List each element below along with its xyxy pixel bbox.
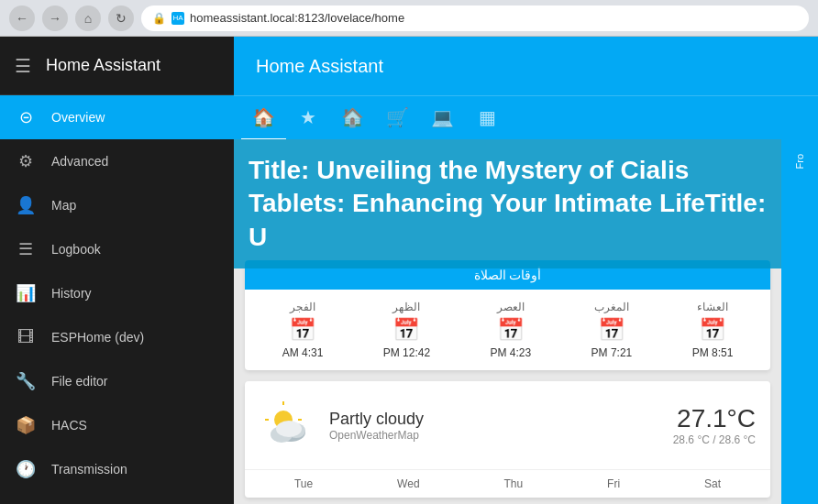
advanced-label: Advanced: [51, 154, 108, 169]
transmission-label: Transmission: [51, 462, 127, 477]
weather-card-inner: Partly cloudy OpenWeatherMap 27.1°C 28.6…: [245, 381, 770, 469]
main-content: Home Assistant 🏠 ★ 🏠 🛒 💻 ▦ Title: Unveil…: [234, 37, 818, 504]
prayer-maghrib: المغرب 📅 7:21 PM: [591, 301, 633, 359]
refresh-button[interactable]: ↻: [108, 5, 134, 31]
logbook-label: Logbook: [51, 242, 101, 257]
sidebar-item-esphome[interactable]: 🎞 ESPHome (dev): [0, 315, 234, 359]
prayer-maghrib-icon: 📅: [598, 317, 625, 343]
url-text: homeassistant.local:8123/lovelace/home: [190, 11, 404, 25]
weather-icon: [260, 396, 318, 455]
tab-cart[interactable]: 🛒: [375, 96, 420, 140]
weather-temperature: 27.1°C: [673, 404, 756, 433]
advanced-icon: ⚙: [15, 150, 37, 172]
tab-monitor[interactable]: 💻: [420, 96, 465, 140]
sidebar-item-history[interactable]: 📊 History: [0, 271, 234, 315]
map-label: Map: [51, 198, 76, 213]
address-bar[interactable]: 🔒 HA homeassistant.local:8123/lovelace/h…: [141, 5, 809, 31]
prayer-isha-time: 8:51 PM: [692, 346, 734, 359]
hacs-label: HACS: [51, 418, 87, 433]
weather-info: Partly cloudy OpenWeatherMap: [329, 410, 662, 442]
weather-condition: Partly cloudy: [329, 410, 662, 429]
svg-point-8: [276, 421, 302, 437]
overview-label: Overview: [51, 110, 105, 125]
file-editor-label: File editor: [51, 374, 107, 389]
spam-title: Title: Unveiling the Mystery of Cialis T…: [249, 156, 766, 251]
forecast-wed: Wed: [397, 477, 419, 490]
prayer-fajr-time: 4:31 AM: [282, 346, 324, 359]
logbook-icon: ☰: [15, 238, 37, 260]
history-icon: 📊: [15, 282, 37, 304]
prayer-dhuhr-time: 12:42 PM: [383, 346, 430, 359]
tab-bar: 🏠 ★ 🏠 🛒 💻 ▦: [234, 95, 818, 139]
spam-overlay: Title: Unveiling the Mystery of Cialis T…: [234, 139, 781, 268]
file-editor-icon: 🔧: [15, 370, 37, 392]
favicon: HA: [171, 12, 184, 25]
sidebar-item-overview[interactable]: ⊝ Overview: [0, 95, 234, 139]
sidebar-title: Home Assistant: [46, 56, 160, 75]
sidebar-item-hacs[interactable]: 📦 HACS: [0, 403, 234, 447]
forecast-fri: Fri: [607, 477, 620, 490]
tab-star[interactable]: ★: [286, 96, 330, 140]
hacs-icon: 📦: [15, 414, 37, 436]
tab-building[interactable]: 🏠: [330, 96, 375, 140]
home-nav-button[interactable]: ⌂: [75, 5, 101, 31]
prayer-fajr-icon: 📅: [289, 317, 316, 343]
forecast-row: Tue Wed Thu Fri Sat: [245, 469, 770, 498]
esphome-label: ESPHome (dev): [51, 330, 144, 345]
prayer-isha-icon: 📅: [699, 317, 726, 343]
weather-range: 28.6 °C / 28.6 °C: [673, 433, 756, 446]
forecast-thu: Thu: [503, 477, 523, 490]
prayer-maghrib-name: المغرب: [594, 301, 629, 313]
prayer-asr: العصر 📅 4:23 PM: [491, 301, 532, 359]
sidebar-item-file-editor[interactable]: 🔧 File editor: [0, 359, 234, 403]
content-area: Title: Unveiling the Mystery of Cialis T…: [234, 139, 781, 504]
prayer-isha-name: العشاء: [697, 301, 728, 313]
right-panel: Fro: [781, 139, 818, 504]
transmission-icon: 🕐: [15, 458, 37, 480]
forecast-sat: Sat: [704, 477, 721, 490]
sidebar-item-map[interactable]: 👤 Map: [0, 183, 234, 227]
sidebar-item-transmission[interactable]: 🕐 Transmission: [0, 447, 234, 491]
map-icon: 👤: [15, 194, 37, 216]
back-button[interactable]: ←: [9, 5, 35, 31]
sidebar-item-advanced[interactable]: ⚙ Advanced: [0, 139, 234, 183]
tab-network[interactable]: ▦: [465, 96, 509, 140]
app-container: ☰ Home Assistant ⊝ Overview ⚙ Advanced 👤…: [0, 37, 818, 504]
prayer-asr-icon: 📅: [497, 317, 525, 343]
weather-source: OpenWeatherMap: [329, 429, 662, 442]
prayer-asr-time: 4:23 PM: [491, 346, 532, 359]
prayer-fajr: الفجر 📅 4:31 AM: [282, 301, 324, 359]
right-panel-label: Fro: [794, 147, 805, 177]
prayer-dhuhr-name: الظهر: [392, 301, 420, 313]
sidebar-item-logbook[interactable]: ☰ Logbook: [0, 227, 234, 271]
weather-temp-section: 27.1°C 28.6 °C / 28.6 °C: [673, 404, 756, 446]
lock-icon: 🔒: [152, 12, 166, 25]
topbar-title: Home Assistant: [249, 56, 803, 77]
esphome-icon: 🎞: [15, 326, 37, 348]
sidebar-nav: ⊝ Overview ⚙ Advanced 👤 Map ☰ Logbook 📊 …: [0, 95, 234, 504]
prayer-times-card: أوقات الصلاة العشاء 📅 8:51 PM المغرب 📅 7…: [245, 260, 770, 370]
forward-button[interactable]: →: [42, 5, 68, 31]
menu-toggle-icon[interactable]: ☰: [15, 55, 31, 77]
prayer-dhuhr: الظهر 📅 12:42 PM: [383, 301, 430, 359]
prayer-fajr-name: الفجر: [290, 301, 315, 313]
sidebar-header: ☰ Home Assistant: [0, 37, 234, 95]
prayer-times-list: العشاء 📅 8:51 PM المغرب 📅 7:21 PM العصر …: [245, 290, 770, 370]
sidebar: ☰ Home Assistant ⊝ Overview ⚙ Advanced 👤…: [0, 37, 234, 504]
prayer-isha: العشاء 📅 8:51 PM: [692, 301, 734, 359]
prayer-maghrib-time: 7:21 PM: [591, 346, 633, 359]
history-label: History: [51, 286, 92, 301]
overview-icon: ⊝: [15, 106, 37, 128]
forecast-tue: Tue: [294, 477, 313, 490]
browser-chrome: ← → ⌂ ↻ 🔒 HA homeassistant.local:8123/lo…: [0, 0, 818, 37]
prayer-dhuhr-icon: 📅: [392, 317, 420, 343]
weather-card: Partly cloudy OpenWeatherMap 27.1°C 28.6…: [245, 381, 770, 498]
tab-home[interactable]: 🏠: [241, 96, 286, 140]
topbar: Home Assistant: [234, 37, 818, 95]
prayer-asr-name: العصر: [497, 301, 525, 313]
